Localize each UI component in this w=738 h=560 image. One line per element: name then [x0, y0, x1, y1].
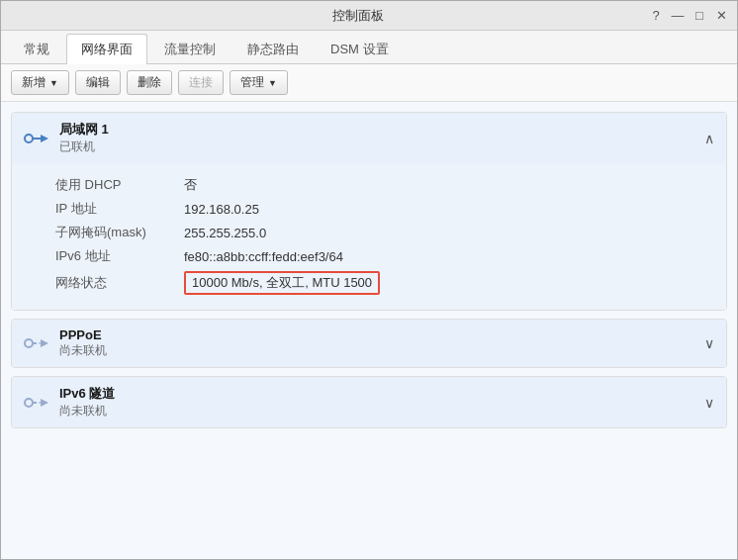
- content-area: 局域网 1 已联机 ∧ 使用 DHCP 否 IP 地址 192.168.0.25…: [1, 102, 737, 559]
- ipv6tunnel-chevron-icon: ∨: [704, 395, 714, 411]
- connect-label: 连接: [189, 74, 213, 91]
- tab-general[interactable]: 常规: [9, 34, 64, 64]
- dhcp-label: 使用 DHCP: [55, 176, 184, 194]
- dhcp-value: 否: [184, 176, 197, 194]
- section-ipv6tunnel-header[interactable]: IPv6 隧道 尚未联机 ∨: [12, 377, 726, 427]
- manage-dropdown-arrow: ▼: [268, 78, 277, 88]
- edit-label: 编辑: [86, 74, 110, 91]
- disconnected-icon-pppoe: [24, 332, 49, 354]
- tab-static-route[interactable]: 静态路由: [232, 34, 314, 64]
- svg-point-0: [25, 135, 33, 142]
- section-pppoe-title: PPPoE: [59, 327, 107, 342]
- window-controls: ? — □ ✕: [648, 8, 729, 24]
- section-lan1-title: 局域网 1: [59, 121, 109, 139]
- maximize-button[interactable]: □: [692, 8, 707, 24]
- svg-marker-2: [41, 135, 48, 142]
- section-pppoe-title-block: PPPoE 尚未联机: [59, 327, 107, 359]
- disconnected-icon-ipv6: [24, 392, 49, 414]
- help-button[interactable]: ?: [648, 8, 664, 24]
- add-dropdown-arrow: ▼: [49, 78, 58, 88]
- svg-marker-6: [41, 339, 48, 347]
- tab-bar: 常规 网络界面 流量控制 静态路由 DSM 设置: [1, 31, 737, 64]
- section-ipv6tunnel-title: IPv6 隧道: [59, 385, 115, 403]
- netstatus-value: 10000 Mb/s, 全双工, MTU 1500: [184, 271, 380, 295]
- svg-marker-10: [41, 399, 48, 407]
- ip-label: IP 地址: [55, 200, 184, 218]
- delete-button[interactable]: 删除: [127, 70, 172, 95]
- info-row-dhcp: 使用 DHCP 否: [55, 173, 710, 197]
- lan1-chevron-icon: ∧: [704, 131, 714, 146]
- info-row-ipv6: IPv6 地址 fe80::a8bb:ccff:fedd:eef3/64: [55, 244, 710, 268]
- section-pppoe: PPPoE 尚未联机 ∨: [11, 319, 727, 368]
- section-ipv6tunnel-subtitle: 尚未联机: [59, 403, 115, 420]
- section-lan1-title-block: 局域网 1 已联机: [59, 121, 109, 155]
- pppoe-chevron-icon: ∨: [704, 335, 714, 351]
- ipv6-label: IPv6 地址: [55, 247, 184, 265]
- section-lan1-subtitle: 已联机: [59, 139, 109, 155]
- edit-button[interactable]: 编辑: [75, 70, 121, 95]
- delete-label: 删除: [138, 74, 161, 91]
- tab-dsm-settings[interactable]: DSM 设置: [316, 34, 404, 64]
- netstatus-label: 网络状态: [55, 274, 184, 292]
- section-lan1: 局域网 1 已联机 ∧ 使用 DHCP 否 IP 地址 192.168.0.25…: [11, 112, 727, 311]
- manage-label: 管理: [240, 74, 264, 91]
- section-ipv6tunnel: IPv6 隧道 尚未联机 ∨: [11, 376, 727, 428]
- info-row-mask: 子网掩码(mask) 255.255.255.0: [55, 221, 710, 244]
- section-lan1-header-left: 局域网 1 已联机: [24, 121, 109, 155]
- svg-point-3: [25, 339, 33, 347]
- section-lan1-body: 使用 DHCP 否 IP 地址 192.168.0.25 子网掩码(mask) …: [12, 163, 726, 310]
- info-row-ip: IP 地址 192.168.0.25: [55, 197, 710, 221]
- close-button[interactable]: ✕: [713, 8, 729, 24]
- section-ipv6tunnel-title-block: IPv6 隧道 尚未联机: [59, 385, 115, 420]
- ipv6tunnel-icon: [24, 392, 49, 414]
- minimize-button[interactable]: —: [670, 8, 686, 24]
- mask-label: 子网掩码(mask): [55, 224, 184, 241]
- connect-button[interactable]: 连接: [178, 70, 224, 95]
- svg-point-7: [25, 399, 33, 407]
- section-pppoe-header[interactable]: PPPoE 尚未联机 ∨: [12, 320, 726, 367]
- section-pppoe-header-left: PPPoE 尚未联机: [24, 327, 107, 359]
- manage-button[interactable]: 管理 ▼: [230, 70, 288, 95]
- mask-value: 255.255.255.0: [184, 226, 266, 240]
- connected-icon: [24, 128, 49, 149]
- ip-value: 192.168.0.25: [184, 202, 259, 217]
- ipv6-value: fe80::a8bb:ccff:fedd:eef3/64: [184, 249, 343, 264]
- tab-network[interactable]: 网络界面: [66, 34, 147, 64]
- tab-traffic[interactable]: 流量控制: [149, 34, 231, 64]
- lan1-icon: [24, 128, 49, 149]
- section-pppoe-subtitle: 尚未联机: [59, 342, 107, 359]
- pppoe-icon: [24, 332, 49, 354]
- main-window: 控制面板 ? — □ ✕ 常规 网络界面 流量控制 静态路由 DSM 设置 新增…: [0, 0, 738, 560]
- section-ipv6tunnel-header-left: IPv6 隧道 尚未联机: [24, 385, 115, 420]
- add-label: 新增: [22, 74, 46, 91]
- window-title: 控制面板: [68, 7, 648, 25]
- title-bar: 控制面板 ? — □ ✕: [1, 1, 737, 31]
- toolbar: 新增 ▼ 编辑 删除 连接 管理 ▼: [1, 64, 737, 102]
- section-lan1-header[interactable]: 局域网 1 已联机 ∧: [12, 113, 726, 163]
- info-row-netstatus: 网络状态 10000 Mb/s, 全双工, MTU 1500: [55, 268, 710, 298]
- add-button[interactable]: 新增 ▼: [11, 70, 69, 95]
